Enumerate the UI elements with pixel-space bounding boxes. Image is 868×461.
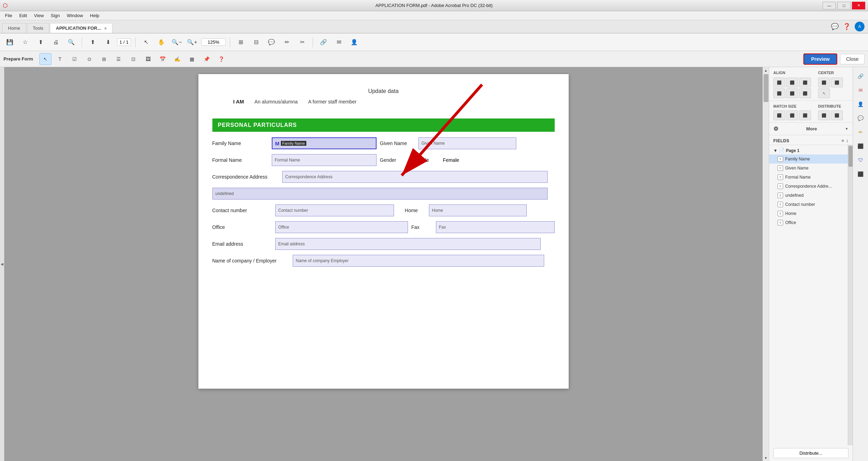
align-right-btn[interactable]: ⬛ xyxy=(799,78,811,87)
select-tool-form[interactable]: ↖ xyxy=(39,53,51,65)
share-icon[interactable]: 💬 xyxy=(831,23,839,30)
align-middle-v-btn[interactable]: ⬛ xyxy=(786,88,798,98)
pdf-viewport[interactable]: Update data I AM An alumnus/alumna A for… xyxy=(4,67,763,461)
crop-button[interactable]: ⊞ xyxy=(234,36,247,49)
help-icon[interactable]: ❓ xyxy=(843,23,851,30)
tab-home[interactable]: Home xyxy=(2,23,26,33)
minimize-button[interactable]: — xyxy=(823,2,836,9)
field-item-given-name[interactable]: T Given Name xyxy=(769,164,848,173)
search-button[interactable]: 🔍 xyxy=(65,36,78,49)
next-page-button[interactable]: ⬇ xyxy=(102,36,114,49)
annotate-button[interactable]: ✏ xyxy=(280,36,293,49)
signature-tool[interactable]: ✍ xyxy=(172,53,183,65)
align-center-h-btn[interactable]: ⬛ xyxy=(786,78,798,87)
left-panel-toggle[interactable]: ◀ xyxy=(0,67,4,461)
field-item-home[interactable]: T Home xyxy=(769,209,848,218)
side-share-icon[interactable]: 🔗 xyxy=(854,70,867,82)
scroll-up-arrow[interactable]: ▲ xyxy=(763,67,769,73)
field-undefined[interactable]: undefined xyxy=(212,188,548,200)
text-field-tool[interactable]: T xyxy=(54,53,66,65)
field-item-undefined[interactable]: T undefined xyxy=(769,191,848,200)
user-button[interactable]: 👤 xyxy=(348,36,360,49)
button-tool[interactable]: ⊡ xyxy=(127,53,139,65)
close-window-button[interactable]: ✕ xyxy=(852,2,865,9)
dist-v-btn[interactable]: ⬛ xyxy=(831,110,843,120)
hand-tool[interactable]: ✋ xyxy=(155,36,168,49)
side-pen-icon[interactable]: ✏ xyxy=(854,126,867,138)
vertical-scrollbar[interactable]: ▲ ▼ xyxy=(763,67,769,461)
mail-button[interactable]: ✉ xyxy=(333,36,345,49)
center-h-btn[interactable]: ⬛ xyxy=(818,78,830,87)
fields-scrollbar[interactable] xyxy=(848,145,853,445)
tab-tools[interactable]: Tools xyxy=(27,23,49,33)
radio-tool[interactable]: ⊙ xyxy=(83,53,95,65)
field-company[interactable]: Name of company Employer xyxy=(293,255,544,267)
listbox-tool[interactable]: ☰ xyxy=(113,53,125,65)
match-w-btn[interactable]: ⬛ xyxy=(773,110,785,120)
print-button[interactable]: 🖨 xyxy=(50,36,62,49)
match-both-btn[interactable]: ⬛ xyxy=(799,110,811,120)
field-item-contact[interactable]: T Contact number xyxy=(769,200,848,209)
date-tool[interactable]: 📅 xyxy=(157,53,169,65)
field-contact[interactable]: Contact number xyxy=(275,204,394,216)
field-formal-name[interactable]: Formal Name xyxy=(272,154,377,166)
comment-button[interactable]: 💬 xyxy=(265,36,278,49)
user-avatar[interactable]: A xyxy=(855,22,865,31)
zoom-out-button[interactable]: 🔍− xyxy=(170,36,183,49)
field-item-office[interactable]: T Office xyxy=(769,218,848,227)
image-tool[interactable]: 🖼 xyxy=(142,53,154,65)
distribute-button[interactable]: Distribute... xyxy=(773,448,848,458)
zoom-in-button[interactable]: 🔍+ xyxy=(186,36,198,49)
pin-tool[interactable]: 📌 xyxy=(201,53,213,65)
zoom-level[interactable]: 125% xyxy=(201,38,226,46)
menu-help[interactable]: Help xyxy=(87,12,102,19)
fields-scroll-thumb[interactable] xyxy=(848,146,853,167)
preview-button[interactable]: Preview xyxy=(803,53,837,65)
side-green-icon[interactable]: ⬛ xyxy=(854,140,867,152)
tab-close-icon[interactable]: × xyxy=(104,26,107,30)
select-tool[interactable]: ↖ xyxy=(140,36,152,49)
save-button[interactable]: 💾 xyxy=(3,36,16,49)
cursor-pos-btn[interactable]: ↖ xyxy=(818,88,830,98)
scroll-thumb[interactable] xyxy=(764,74,768,102)
side-shield-icon[interactable]: 🛡 xyxy=(854,154,867,166)
fields-order-icon[interactable]: ↕ xyxy=(846,138,849,143)
side-user-icon[interactable]: 👤 xyxy=(854,98,867,110)
tab-active-document[interactable]: APPLICATION FOR... × xyxy=(50,23,112,33)
more-button[interactable]: ⚙ More ▼ xyxy=(769,123,853,135)
dist-h-btn[interactable]: ⬛ xyxy=(818,110,830,120)
organize-button[interactable]: ⊟ xyxy=(250,36,262,49)
field-item-family-name[interactable]: T Family Name xyxy=(769,154,848,164)
current-page[interactable]: 1 xyxy=(119,39,122,45)
scroll-down-arrow[interactable]: ▼ xyxy=(763,455,769,461)
upload-button[interactable]: ⬆ xyxy=(34,36,47,49)
menu-view[interactable]: View xyxy=(31,12,46,19)
side-comment-icon[interactable]: 💬 xyxy=(854,112,867,124)
maximize-button[interactable]: □ xyxy=(837,2,851,9)
bookmark-button[interactable]: ☆ xyxy=(19,36,31,49)
field-item-formal-name[interactable]: T Formal Name xyxy=(769,173,848,182)
dropdown-tool[interactable]: ⊞ xyxy=(98,53,110,65)
align-top-btn[interactable]: ⬛ xyxy=(773,88,785,98)
fields-sort-icon[interactable]: ≡ xyxy=(841,138,844,143)
align-bottom-btn[interactable]: ⬛ xyxy=(799,88,811,98)
field-item-correspondence[interactable]: T Correspondence Addre... xyxy=(769,182,848,191)
center-v-btn[interactable]: ⬛ xyxy=(831,78,843,87)
link-button[interactable]: 🔗 xyxy=(317,36,330,49)
match-h-btn[interactable]: ⬛ xyxy=(786,110,798,120)
menu-window[interactable]: Window xyxy=(64,12,86,19)
close-form-button[interactable]: Close xyxy=(840,54,865,64)
scroll-track[interactable] xyxy=(763,73,769,455)
field-given-name[interactable]: Given Name xyxy=(418,137,516,149)
field-correspondence[interactable]: Correspondence Address xyxy=(282,171,548,183)
barcode-tool[interactable]: ▦ xyxy=(186,53,198,65)
redact-button[interactable]: ✂ xyxy=(296,36,308,49)
side-purple-icon[interactable]: ⬛ xyxy=(854,168,867,180)
field-fax[interactable]: Fax xyxy=(436,221,555,233)
prev-page-button[interactable]: ⬆ xyxy=(86,36,99,49)
field-office[interactable]: Office xyxy=(275,221,408,233)
align-left-btn[interactable]: ⬛ xyxy=(773,78,785,87)
field-home[interactable]: Home xyxy=(429,204,527,216)
question-tool[interactable]: ❓ xyxy=(216,53,227,65)
menu-edit[interactable]: Edit xyxy=(16,12,30,19)
